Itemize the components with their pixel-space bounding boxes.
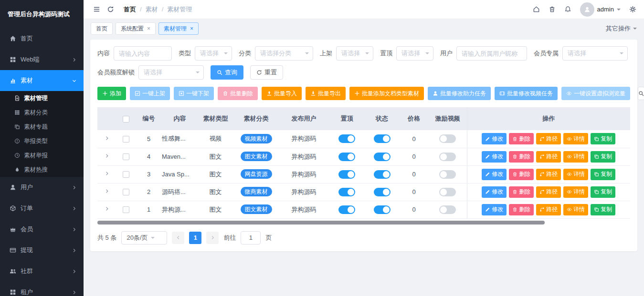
row-checkbox[interactable] <box>123 206 129 213</box>
tab-home[interactable]: 首页 <box>91 22 113 35</box>
expand-row-button[interactable] <box>104 206 110 212</box>
edit-button[interactable]: 修改 <box>482 133 507 144</box>
edit-button[interactable]: 修改 <box>482 186 507 198</box>
type-select[interactable]: 请选择 <box>195 46 232 61</box>
status-toggle[interactable] <box>374 170 391 179</box>
top-toggle[interactable] <box>338 205 355 214</box>
path-button[interactable]: 路径 <box>536 169 561 180</box>
add-button[interactable]: 添加 <box>97 87 126 100</box>
expand-row-button[interactable] <box>104 171 110 176</box>
bulk-add-doc-material-button[interactable]: 批量添加文档类型素材 <box>349 87 424 100</box>
select-all-checkbox[interactable] <box>123 116 129 122</box>
home-button[interactable] <box>533 6 540 13</box>
copy-button[interactable]: 复制 <box>591 151 615 163</box>
bulk-onsale-button[interactable]: 一键上架 <box>130 87 170 100</box>
path-button[interactable]: 路径 <box>536 133 561 144</box>
content-input[interactable] <box>114 46 172 61</box>
sidebar-item-withdraw[interactable]: 提现 <box>0 240 84 261</box>
breadcrumb-material[interactable]: 素材 <box>146 5 158 14</box>
sidebar-subitem-material-report[interactable]: 素材举报 <box>0 148 84 163</box>
user-menu[interactable]: admin <box>580 2 621 17</box>
top-toggle[interactable] <box>338 134 355 143</box>
tab-system-config[interactable]: 系统配置 × <box>116 22 156 35</box>
top-toggle[interactable] <box>338 153 355 161</box>
delete-button[interactable]: 删除 <box>509 204 534 215</box>
status-toggle[interactable] <box>374 134 391 143</box>
collapse-sidebar-button[interactable] <box>93 6 100 13</box>
expand-row-button[interactable] <box>104 153 110 159</box>
sidebar-item-user[interactable]: 用户 <box>0 177 84 198</box>
path-button[interactable]: 路径 <box>536 186 561 198</box>
goto-page-input[interactable] <box>241 231 261 245</box>
bulk-delete-button[interactable]: 批量删除 <box>218 87 258 100</box>
delete-button[interactable]: 删除 <box>509 186 534 198</box>
sidebar-item-community[interactable]: 社群 <box>0 261 84 282</box>
next-page-button[interactable] <box>206 232 219 244</box>
detail-button[interactable]: 详情 <box>563 151 588 163</box>
path-button[interactable]: 路径 <box>536 204 561 215</box>
bulk-edit-video-task-button[interactable]: 批量修改视频任务 <box>495 87 558 100</box>
sidebar-subitem-report-type[interactable]: 举报类型 <box>0 134 84 148</box>
reward-video-toggle[interactable] <box>439 134 456 143</box>
reward-video-toggle[interactable] <box>439 188 456 196</box>
edit-button[interactable]: 修改 <box>482 169 507 180</box>
row-checkbox[interactable] <box>123 171 129 178</box>
status-toggle[interactable] <box>374 153 391 161</box>
delete-button[interactable]: 删除 <box>509 169 534 180</box>
detail-button[interactable]: 详情 <box>563 204 588 215</box>
sidebar-subitem-material-manage[interactable]: 素材管理 <box>0 91 84 105</box>
page-number[interactable]: 1 <box>189 232 201 244</box>
sidebar-subitem-material-hot[interactable]: 素材热搜 <box>0 163 84 177</box>
top-toggle[interactable] <box>338 170 355 179</box>
sidebar-subitem-material-category[interactable]: 素材分类 <box>0 105 84 120</box>
expand-row-button[interactable] <box>104 188 110 194</box>
category-select[interactable]: 请选择分类 <box>255 46 313 61</box>
copy-button[interactable]: 复制 <box>591 169 615 180</box>
table-search-button[interactable] <box>638 87 644 100</box>
reward-video-toggle[interactable] <box>439 205 456 214</box>
bulk-edit-assist-task-button[interactable]: 批量修改助力任务 <box>428 87 491 100</box>
row-checkbox[interactable] <box>123 153 129 160</box>
close-icon[interactable]: × <box>147 26 150 31</box>
detail-button[interactable]: 详情 <box>563 169 588 180</box>
bulk-import-button[interactable]: 批量导入 <box>262 87 302 100</box>
top-toggle[interactable] <box>338 188 355 196</box>
copy-button[interactable]: 复制 <box>591 204 615 215</box>
search-button[interactable]: 查询 <box>211 65 243 80</box>
row-checkbox[interactable] <box>123 189 129 195</box>
edit-button[interactable]: 修改 <box>482 151 507 163</box>
sidebar-item-order[interactable]: 订单 <box>0 198 84 219</box>
copy-button[interactable]: 复制 <box>591 186 615 198</box>
copy-button[interactable]: 复制 <box>591 133 615 144</box>
bulk-export-button[interactable]: 批量导出 <box>306 87 346 100</box>
status-toggle[interactable] <box>374 188 391 196</box>
sidebar-item-material[interactable]: 素材 <box>0 70 84 91</box>
row-checkbox[interactable] <box>123 136 129 143</box>
user-nickname-input[interactable] <box>456 46 527 61</box>
status-toggle[interactable] <box>374 205 391 214</box>
edit-button[interactable]: 修改 <box>482 204 507 215</box>
sidebar-item-member[interactable]: 会员 <box>0 219 84 240</box>
bulk-offsale-button[interactable]: 一键下架 <box>174 87 214 100</box>
sidebar-subitem-material-topic[interactable]: 素材专题 <box>0 120 84 134</box>
breadcrumb-home[interactable]: 首页 <box>124 5 136 14</box>
notifications-button[interactable] <box>564 6 571 13</box>
clear-cache-button[interactable] <box>549 6 556 13</box>
reward-video-toggle[interactable] <box>439 153 456 161</box>
expand-row-button[interactable] <box>104 135 110 141</box>
detail-button[interactable]: 详情 <box>563 133 588 144</box>
onsale-select[interactable]: 请选择 <box>336 46 373 61</box>
scrollbar-thumb[interactable] <box>97 221 545 225</box>
set-virtual-views-button[interactable]: 一键设置虚拟浏览量 <box>561 87 630 100</box>
top-select[interactable]: 请选择 <box>396 46 433 61</box>
sidebar-item-home[interactable]: 首页 <box>0 28 84 49</box>
detail-button[interactable]: 详情 <box>563 186 588 198</box>
prev-page-button[interactable] <box>172 232 184 244</box>
reset-button[interactable]: 重置 <box>250 65 283 80</box>
delete-button[interactable]: 删除 <box>509 133 534 144</box>
refresh-page-button[interactable] <box>107 6 114 13</box>
settings-button[interactable] <box>629 6 636 13</box>
path-button[interactable]: 路径 <box>536 151 561 163</box>
quota-select[interactable]: 请选择 <box>138 65 204 80</box>
sidebar-item-tenant[interactable]: 租户 <box>0 282 84 296</box>
